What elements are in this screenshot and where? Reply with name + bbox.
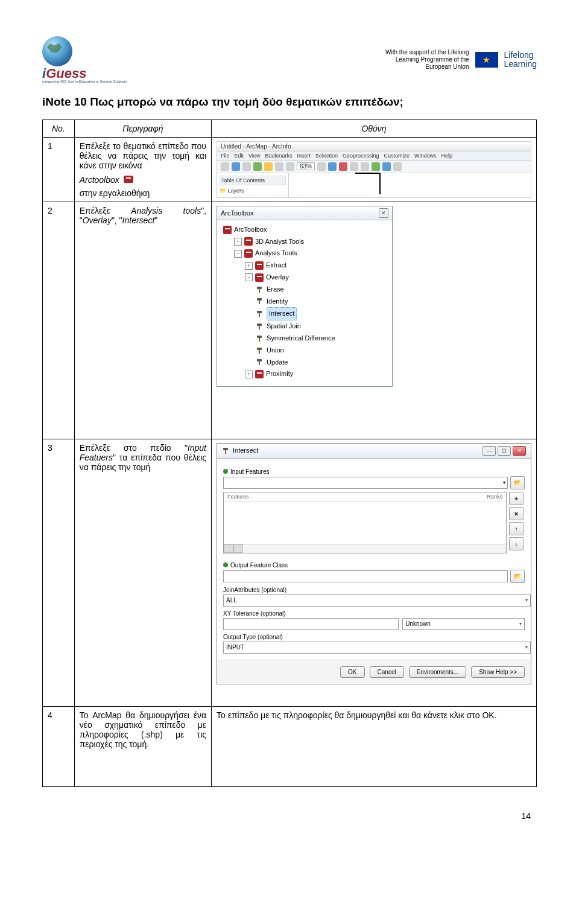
row-2-screenshot: ArcToolbox ✕ ArcToolbox +3D Analyst Tool… [212, 202, 537, 439]
tree-3d-analyst[interactable]: 3D Analyst Tools [255, 236, 304, 248]
xy-tolerance-unit-dropdown[interactable]: Unknown▾ [402, 618, 525, 630]
expand-icon[interactable]: + [245, 262, 253, 270]
iguess-subtitle: Integrating GIS Use in Education in Seve… [42, 80, 133, 83]
minimize-icon[interactable]: — [482, 446, 496, 456]
arctoolbox-tree[interactable]: ArcToolbox +3D Analyst Tools −Analysis T… [217, 220, 392, 386]
arcmap-menubar[interactable]: File Edit View Bookmarks Insert Selectio… [217, 151, 531, 161]
tool-icon [256, 358, 264, 366]
menu-customize[interactable]: Customize [384, 153, 410, 159]
move-up-button[interactable]: ↑ [509, 522, 524, 535]
tree-analysis-tools[interactable]: Analysis Tools [255, 247, 297, 260]
xy-tolerance-input[interactable] [223, 618, 399, 630]
toolbar-icon[interactable] [361, 162, 369, 171]
menu-file[interactable]: File [221, 153, 230, 159]
close-icon[interactable]: ✕ [513, 446, 526, 456]
menu-selection[interactable]: Selection [315, 153, 338, 159]
browse-button[interactable]: 📂 [510, 570, 525, 583]
toolbar-icon[interactable] [393, 162, 402, 171]
menu-bookmarks[interactable]: Bookmarks [265, 153, 292, 159]
tree-union[interactable]: Union [267, 345, 284, 357]
toolbox-icon [244, 237, 253, 246]
header-no: Νο. [43, 119, 75, 137]
tree-symmetrical-difference[interactable]: Symmetrical Difference [267, 333, 335, 345]
tool-icon [256, 346, 264, 355]
features-listbox[interactable]: Features Ranks [223, 492, 507, 553]
tree-erase[interactable]: Erase [267, 284, 284, 296]
toolbox-icon [223, 226, 232, 234]
annotation-arrow [379, 173, 381, 194]
row-2-num: 2 [43, 202, 75, 439]
toolbar-icon[interactable] [286, 162, 294, 171]
row-4-desc: Το ArcMap θα δημιουργήσει ένα νέο σχηματ… [74, 706, 211, 786]
tree-root[interactable]: ArcToolbox [234, 224, 267, 236]
toolbar-icon[interactable] [328, 162, 337, 171]
tree-identity[interactable]: Identity [267, 296, 288, 308]
toolbox-icon [255, 370, 264, 378]
tree-update[interactable]: Update [267, 357, 288, 369]
collapse-icon[interactable]: − [245, 273, 253, 281]
add-button[interactable]: + [509, 492, 524, 505]
row-4-screen: Το επίπεδο με τις πληροφορίες θα δημιουρ… [212, 706, 537, 786]
support-line-1: With the support of the Lifelong [385, 49, 469, 56]
environments-button[interactable]: Environments... [409, 666, 466, 678]
row-1-screenshot: Untitled - ArcMap - ArcInfo File Edit Vi… [212, 137, 537, 202]
expand-icon[interactable]: + [234, 238, 242, 246]
support-text: With the support of the Lifelong Learnin… [385, 49, 469, 71]
collapse-icon[interactable]: − [234, 250, 242, 258]
zoom-dropdown[interactable]: 63% [297, 162, 315, 170]
toolbar-icon[interactable] [382, 162, 391, 171]
move-down-button[interactable]: ↓ [509, 537, 524, 550]
toolbar-icon[interactable] [275, 162, 283, 171]
steps-table: Νο. Περιγραφή Οθόνη 1 Επέλεξε το θεματικ… [42, 119, 537, 787]
tree-overlay[interactable]: Overlay [266, 272, 289, 284]
toolbar-icon[interactable] [372, 162, 380, 171]
expand-icon[interactable]: + [245, 371, 253, 378]
toolbar-icon[interactable] [264, 162, 273, 171]
show-help-button[interactable]: Show Help >> [471, 666, 525, 678]
required-icon [223, 562, 228, 567]
support-line-3: European Union [385, 63, 469, 71]
toolbar-icon[interactable] [350, 162, 358, 171]
layers-root[interactable]: Layers [228, 188, 244, 194]
join-attributes-dropdown[interactable]: ALL▾ [223, 594, 531, 607]
menu-insert[interactable]: Insert [297, 153, 311, 159]
tree-intersect[interactable]: Intersect [267, 307, 297, 320]
table-of-contents-panel[interactable]: Table Of Contents 📁 Layers [217, 173, 289, 197]
remove-button[interactable]: × [509, 507, 524, 520]
col-ranks: Ranks [487, 494, 502, 500]
tree-extract[interactable]: Extract [266, 260, 286, 272]
row-3-num: 3 [43, 439, 75, 706]
horizontal-scrollbar[interactable] [224, 544, 506, 553]
dialog-button-row: OK Cancel Environments... Show Help >> [217, 660, 531, 684]
toolbox-label-suffix: στην εργαλειοθήκη [80, 188, 150, 198]
output-type-dropdown[interactable]: INPUT▾ [223, 642, 531, 654]
toolbar-icon[interactable] [242, 162, 251, 171]
menu-help[interactable]: Help [441, 153, 453, 159]
toolbar-icon[interactable] [221, 162, 229, 171]
browse-button[interactable]: 📂 [510, 476, 525, 489]
support-line-2: Learning Programme of the [385, 56, 469, 63]
tree-proximity[interactable]: Proximity [266, 368, 293, 380]
maximize-icon[interactable]: ▢ [498, 446, 511, 456]
arctoolbox-button[interactable] [339, 162, 347, 171]
tool-icon [256, 322, 264, 331]
toolbar-icon[interactable] [232, 162, 240, 171]
cancel-button[interactable]: Cancel [370, 666, 404, 678]
arcmap-toolbar[interactable]: 63% [217, 161, 531, 173]
close-icon[interactable]: ✕ [379, 208, 388, 218]
menu-geoprocessing[interactable]: Geoprocessing [343, 153, 379, 159]
output-feature-class-input[interactable] [223, 570, 508, 582]
required-icon [223, 469, 228, 474]
eu-flag-icon: ★ [475, 52, 498, 68]
map-canvas[interactable] [289, 173, 531, 197]
input-features-dropdown[interactable]: ▾ [223, 477, 508, 489]
menu-view[interactable]: View [248, 153, 260, 159]
menu-edit[interactable]: Edit [235, 153, 244, 159]
toolbar-icon[interactable] [253, 162, 262, 171]
header-screen: Οθόνη [212, 119, 537, 137]
tree-spatial-join[interactable]: Spatial Join [267, 320, 301, 333]
ok-button[interactable]: OK [340, 666, 364, 678]
toolbar-icon[interactable] [317, 162, 326, 171]
menu-windows[interactable]: Windows [414, 153, 437, 159]
row-3-screenshot: Intersect — ▢ ✕ Input Features ▾ 📂 [212, 439, 537, 706]
